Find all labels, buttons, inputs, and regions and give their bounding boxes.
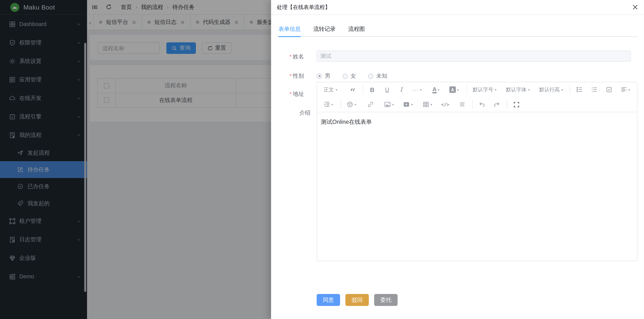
bg-color-icon[interactable]: A▾: [449, 86, 459, 93]
editor-content[interactable]: 测试Online在线表单: [317, 112, 637, 132]
redo-icon[interactable]: [494, 101, 500, 108]
italic-icon[interactable]: I: [400, 86, 402, 93]
underline-icon[interactable]: U: [385, 86, 389, 93]
align-icon[interactable]: ▾: [620, 86, 630, 93]
required-asterisk: *: [290, 73, 292, 79]
reject-button[interactable]: 驳回: [345, 294, 369, 306]
drawer-close-icon[interactable]: [632, 4, 638, 11]
fullscreen-icon[interactable]: [514, 101, 520, 108]
font-family-select[interactable]: 默认字体▾: [506, 86, 530, 93]
font-size-select[interactable]: 默认字号▾: [473, 86, 496, 93]
blockquote-icon[interactable]: “: [350, 85, 356, 94]
bulleted-list-icon[interactable]: [576, 86, 583, 93]
editor-toolbar-row2: ▾ ▾ ▾ ▾ ▾ </>: [317, 97, 637, 112]
emoji-icon[interactable]: ▾: [347, 101, 356, 108]
radio-unknown[interactable]: 未知: [368, 72, 387, 80]
radio-female[interactable]: 女: [342, 72, 356, 80]
drawer-tabs: 表单信息 流转记录 流程图: [278, 22, 638, 37]
editor-toolbar-row1: 正文▾ “ B U I ···▾ A▾ A▾ 默认字号▾ 默认字体▾ 默认行高▾…: [317, 82, 637, 97]
process-drawer: 处理【在线表单流程】 表单信息 流转记录 流程图 *姓名 *性别 男: [271, 0, 644, 319]
delegate-button[interactable]: 委托: [374, 294, 398, 306]
numbered-list-icon[interactable]: [591, 86, 598, 93]
undo-icon[interactable]: [479, 101, 486, 108]
divider-icon[interactable]: [459, 101, 466, 108]
indent-icon[interactable]: ▾: [324, 101, 333, 108]
approve-button[interactable]: 同意: [316, 294, 340, 306]
bold-icon[interactable]: B: [370, 86, 374, 93]
image-icon[interactable]: ▾: [384, 101, 394, 108]
link-icon[interactable]: [367, 101, 374, 108]
required-asterisk: *: [290, 53, 292, 60]
todo-list-icon[interactable]: [606, 86, 612, 93]
video-icon[interactable]: ▾: [403, 101, 413, 108]
tab-flow-diagram[interactable]: 流程图: [348, 22, 365, 36]
paragraph-select[interactable]: 正文▾: [324, 86, 337, 93]
drawer-title: 处理【在线表单流程】: [277, 4, 330, 11]
intro-label: 介绍: [300, 109, 310, 117]
drawer-actions: 同意 驳回 委托: [316, 294, 398, 306]
tab-form-info[interactable]: 表单信息: [278, 22, 301, 36]
radio-icon: [342, 73, 348, 79]
app-window: Maku Boot Dashboard 权限管理 系统设置 应用管理: [0, 0, 644, 319]
radio-icon: [316, 73, 322, 79]
intro-rich-text-editor: 正文▾ “ B U I ···▾ A▾ A▾ 默认字号▾ 默认字体▾ 默认行高▾…: [316, 82, 637, 261]
code-block-icon[interactable]: </>: [441, 102, 449, 107]
name-label: 姓名: [293, 53, 304, 60]
required-asterisk: *: [290, 91, 292, 97]
name-input[interactable]: [316, 51, 631, 62]
table-icon[interactable]: ▾: [422, 101, 432, 108]
font-color-icon[interactable]: A▾: [432, 86, 440, 93]
gender-label: 性别: [293, 73, 304, 79]
line-height-select[interactable]: 默认行高▾: [539, 86, 563, 93]
radio-male[interactable]: 男: [316, 72, 330, 80]
drawer-header: 处理【在线表单流程】: [271, 0, 644, 15]
gender-radio-group: 男 女 未知: [316, 72, 631, 80]
more-styles-icon[interactable]: ···▾: [412, 87, 422, 93]
radio-icon: [368, 73, 374, 79]
tab-flow-records[interactable]: 流转记录: [314, 22, 336, 36]
address-label: 地址: [293, 91, 304, 97]
